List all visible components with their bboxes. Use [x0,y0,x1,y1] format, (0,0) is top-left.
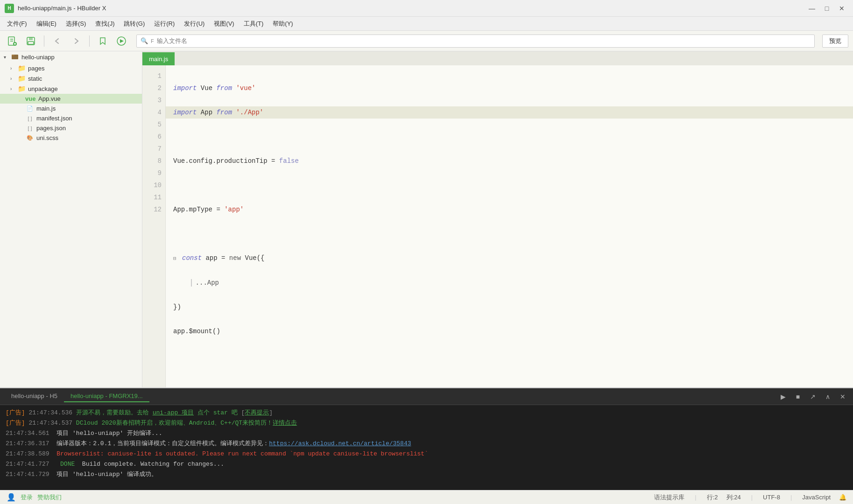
sidebar-item-pages-json[interactable]: › [ ] pages.json [0,123,142,133]
article-link[interactable]: https://ask.dcloud.net.cn/article/35843 [269,440,411,447]
new-file-button[interactable] [5,34,20,49]
menu-run[interactable]: 运行(R) [149,18,179,30]
console-export-button[interactable]: ↗ [807,391,818,402]
root-arrow: ▾ [4,55,10,60]
language-label: JavaScript [802,494,831,501]
new-file-icon [7,36,17,46]
svg-marker-11 [120,39,124,43]
code-line-3 [173,131,848,143]
sidebar-item-manifest[interactable]: › [ ] manifest.json [0,113,142,123]
menu-view[interactable]: 视图(V) [209,18,239,30]
log-line-7: 21:47:41.729 项目 'hello-uniapp' 编译成功。 [6,469,847,480]
forward-button[interactable] [69,34,84,49]
code-area[interactable]: 1 2 3 4 5 6 7 8 9 10 11 12 import Vue fr… [142,65,853,387]
line-num-10: 10 [142,179,162,191]
save-icon [26,36,36,46]
console-close-button[interactable]: ✕ [837,391,848,402]
toolbar-separator-2 [89,35,90,47]
code-line-10: }) [173,301,848,313]
sidebar-item-unpackage[interactable]: › 📁 unpackage [0,84,142,94]
console-tab-fmgrx[interactable]: hello-uniapp - FMGRX19... [64,391,149,402]
menu-select[interactable]: 选择(S) [61,18,91,30]
svg-rect-7 [29,37,33,40]
bookmark-icon [98,36,107,46]
code-line-7 [173,228,848,240]
status-sep-3: | [790,494,792,501]
sidebar-item-app-vue[interactable]: › vue App.vue [0,94,142,104]
console-refresh-button[interactable]: ▶ [777,391,789,402]
console-stop-button[interactable]: ■ [792,391,804,402]
root-icon [10,53,20,62]
menu-edit[interactable]: 编辑(E) [32,18,61,30]
bookmark-button[interactable] [95,34,110,49]
no-show-link[interactable]: 不再提示 [245,409,269,416]
close-button[interactable]: ✕ [835,3,848,14]
line-num-1: 1 [142,70,162,82]
static-arrow: › [10,76,17,81]
code-line-6: App.mpType = 'app' [173,203,848,216]
log-line-4: 21:47:36.317 编译器版本：2.0.1，当前项目编译模式：自定义组件模… [6,439,847,449]
window-title: hello-uniapp/main.js - HBuilder X [18,5,805,12]
pages-label: pages [28,65,44,72]
sidebar-item-main-js[interactable]: › 📄 main.js [0,104,142,113]
sidebar-item-pages[interactable]: › 📁 pages [0,63,142,73]
menu-tools[interactable]: 工具(T) [239,18,268,30]
code-line-2: import App from './App' [166,106,853,119]
run-button[interactable] [114,34,129,49]
preview-button[interactable]: 预览 [822,35,848,48]
sidebar-item-uni-scss[interactable]: › 🎨 uni.scss [0,133,142,143]
menu-publish[interactable]: 发行(U) [179,18,209,30]
log-line-6: 21:47:41.727 DONE Build complete. Watchi… [6,459,847,469]
pages-json-label: pages.json [36,125,66,132]
login-link[interactable]: 登录 [21,493,33,502]
line-num-4: 4 [142,106,162,119]
editor-area: main.js 1 2 3 4 5 6 7 8 9 10 11 12 [142,51,853,387]
svg-rect-13 [12,55,14,56]
menu-find[interactable]: 查找(J) [91,18,119,30]
dcloud-link[interactable]: 详情点击 [273,420,297,427]
code-content[interactable]: import Vue from 'vue' import App from '.… [166,65,853,387]
log-line-5: 21:47:38.589 Browserslist: caniuse-lite … [6,449,847,459]
app-vue-icon: vue [25,95,35,102]
log-line-2: [广告] 21:47:34.537 DCloud 2020新春招聘开启，欢迎前端… [6,418,847,428]
uni-scss-icon: 🎨 [25,135,35,141]
menu-file[interactable]: 文件(F) [2,18,32,30]
line-numbers: 1 2 3 4 5 6 7 8 9 10 11 12 [142,65,166,387]
svg-marker-9 [100,38,105,44]
static-folder-icon: 📁 [17,75,26,82]
log-line-3: 21:47:34.561 项目 'hello-uniapp' 开始编译... [6,428,847,439]
line-num-11: 11 [142,191,162,203]
app-vue-label: App.vue [38,95,61,102]
menu-help[interactable]: 帮助(Y) [268,18,297,30]
console-controls: ▶ ■ ↗ ∧ ✕ [777,391,848,402]
line-num-9: 9 [142,167,162,179]
menu-goto[interactable]: 跳转(G) [119,18,149,30]
unpackage-arrow: › [10,86,17,91]
editor-tab-bar: main.js [142,51,853,65]
code-line-12 [173,350,848,362]
editor-tab-main-js[interactable]: main.js [142,52,175,65]
maximize-button[interactable]: □ [820,3,833,14]
save-button[interactable] [23,34,38,49]
svg-rect-8 [28,42,34,44]
unpackage-folder-icon: 📁 [17,85,26,92]
status-right: 语法提示库 | 行:2 列:24 | UTF-8 | JavaScript 🔔 [654,493,846,502]
status-bar: 👤 登录 赞助我们 语法提示库 | 行:2 列:24 | UTF-8 | Jav… [0,490,853,504]
minimize-button[interactable]: — [805,3,818,14]
code-line-4: Vue.config.productionTip = false [173,155,848,167]
sidebar-root[interactable]: ▾ hello-uniapp [0,51,142,63]
title-bar: H hello-uniapp/main.js - HBuilder X — □ … [0,0,853,17]
console-scroll-up-button[interactable]: ∧ [822,391,833,402]
back-button[interactable] [50,34,65,49]
window-controls: — □ ✕ [805,3,848,14]
syntax-hint-label: 语法提示库 [654,493,684,502]
console-tab-bar: hello-uniapp - H5 hello-uniapp - FMGRX19… [0,388,853,405]
sidebar-item-static[interactable]: › 📁 static [0,73,142,84]
main-js-icon: 📄 [25,105,35,112]
bell-icon: 🔔 [839,494,846,501]
search-input[interactable] [157,37,811,44]
uniapp-link[interactable]: uni-app 项目 [153,409,194,416]
console-output: [广告] 21:47:34.536 开源不易，需要鼓励。去给 uni-app 项… [0,405,853,490]
support-link[interactable]: 赞助我们 [37,493,62,502]
console-tab-h5[interactable]: hello-uniapp - H5 [5,391,64,402]
